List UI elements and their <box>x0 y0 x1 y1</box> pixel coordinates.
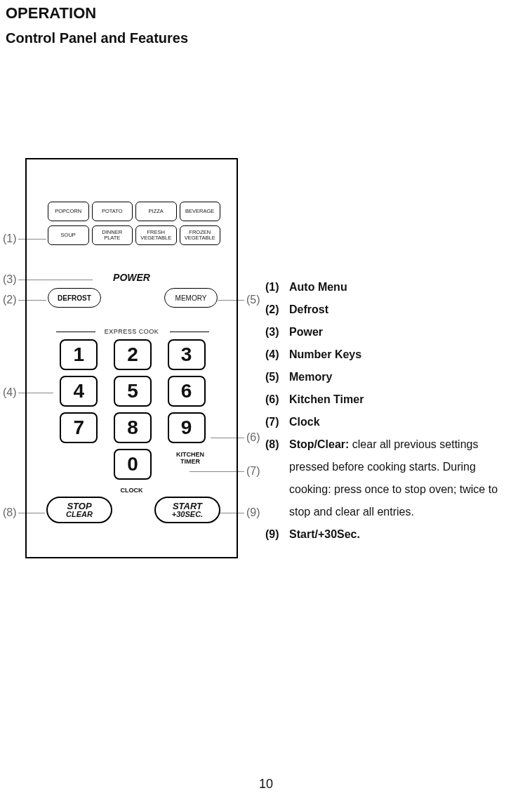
callout-4: (4) <box>3 386 17 399</box>
legend-item: (2) Defrost <box>265 299 518 321</box>
page-subtitle: Control Panel and Features <box>6 30 188 46</box>
automenu-potato[interactable]: POTATO <box>92 202 133 221</box>
page-title: OPERATION <box>6 4 96 22</box>
callout-6: (6) <box>246 431 260 444</box>
key-3[interactable]: 3 <box>168 339 206 370</box>
legend-item: (9) Start/+30Sec. <box>265 523 518 546</box>
legend-item: (8) Stop/Clear: clear all previous setti… <box>265 433 518 456</box>
key-2[interactable]: 2 <box>114 339 152 370</box>
plus30-label: +30SEC. <box>172 511 203 518</box>
key-6[interactable]: 6 <box>168 376 206 407</box>
callout-2: (2) <box>3 294 17 306</box>
legend-item: (7) Clock <box>265 411 518 433</box>
page-number: 10 <box>0 777 532 792</box>
key-1[interactable]: 1 <box>60 339 98 370</box>
key-0[interactable]: 0 <box>114 449 152 480</box>
automenu-fresh-vegetable[interactable]: FRESH VEGETABLE <box>135 225 177 245</box>
legend-item: (6) Kitchen Timer <box>265 388 518 411</box>
clear-label: CLEAR <box>66 511 93 518</box>
control-panel: POPCORN POTATO PIZZA BEVERAGE SOUP DINNE… <box>25 158 238 558</box>
stop-clear-button[interactable]: STOP CLEAR <box>46 497 112 523</box>
legend-item: (5) Memory <box>265 366 518 388</box>
callout-7: (7) <box>246 465 260 478</box>
power-label: POWER <box>27 272 237 283</box>
automenu-beverage[interactable]: BEVERAGE <box>180 202 221 221</box>
legend: (1) Auto Menu (2) Defrost (3) Power (4) … <box>265 276 518 546</box>
automenu-popcorn[interactable]: POPCORN <box>48 202 89 221</box>
start-button[interactable]: START +30SEC. <box>154 497 220 523</box>
callout-5: (5) <box>246 294 260 306</box>
divider <box>170 332 209 332</box>
key-5[interactable]: 5 <box>114 376 152 407</box>
legend-item: (1) Auto Menu <box>265 276 518 299</box>
key-8[interactable]: 8 <box>114 412 152 443</box>
legend-item: (4) Number Keys <box>265 343 518 366</box>
clock-label: CLOCK <box>27 487 237 494</box>
automenu-dinner-plate[interactable]: DINNER PLATE <box>92 225 133 245</box>
callout-8: (8) <box>3 506 17 519</box>
automenu-grid: POPCORN POTATO PIZZA BEVERAGE SOUP DINNE… <box>48 202 220 245</box>
key-9[interactable]: 9 <box>168 412 206 443</box>
callout-9: (9) <box>246 506 260 519</box>
key-7[interactable]: 7 <box>60 412 98 443</box>
callout-3: (3) <box>3 273 17 286</box>
kitchen-timer-label: KITCHEN TIMER <box>166 452 215 466</box>
memory-button[interactable]: MEMORY <box>164 288 218 308</box>
automenu-pizza[interactable]: PIZZA <box>135 202 177 221</box>
key-4[interactable]: 4 <box>60 376 98 407</box>
defrost-button[interactable]: DEFROST <box>48 288 101 308</box>
callout-1: (1) <box>3 232 17 245</box>
legend-item: (3) Power <box>265 321 518 343</box>
automenu-frozen-vegetable[interactable]: FROZEN VEGETABLE <box>180 225 221 245</box>
automenu-soup[interactable]: SOUP <box>48 225 89 245</box>
legend-item: pressed before cooking starts. During co… <box>265 456 518 523</box>
